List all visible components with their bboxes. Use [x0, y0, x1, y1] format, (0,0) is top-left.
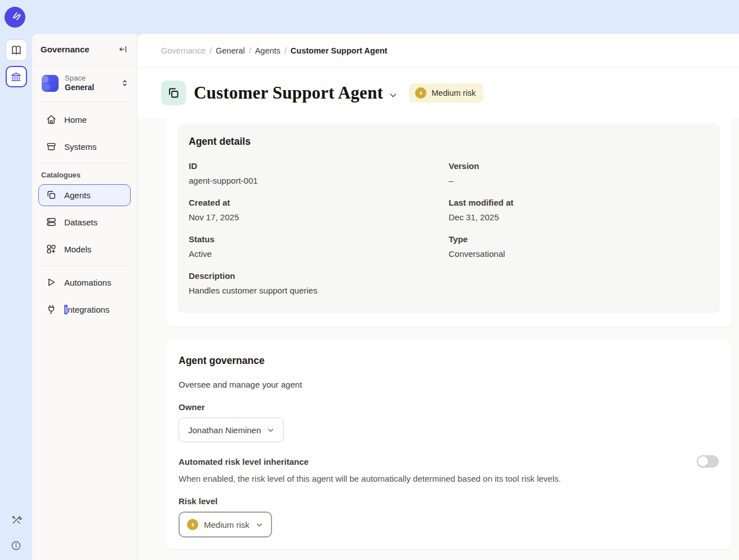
- sidebar-item-systems[interactable]: Systems: [38, 136, 131, 158]
- toggle-knob: [698, 456, 708, 466]
- agents-icon: [167, 86, 180, 100]
- auto-risk-toggle[interactable]: [697, 455, 719, 468]
- datasets-icon: [46, 216, 57, 228]
- breadcrumb-separator: /: [249, 46, 251, 55]
- risk-level-select-value: Medium risk: [204, 520, 250, 530]
- risk-bolt-icon: [187, 519, 198, 530]
- field-label: Type: [449, 234, 709, 244]
- tools-button[interactable]: [11, 514, 22, 526]
- bank-icon: [10, 71, 22, 83]
- field-value: Dec 31, 2025: [449, 212, 709, 222]
- sidebar-item-label: Datasets: [64, 217, 97, 227]
- divider: [40, 265, 129, 266]
- sidebar-item-label: Home: [64, 115, 87, 125]
- info-button[interactable]: [11, 540, 21, 551]
- auto-risk-label: Automated risk level inheritance: [179, 457, 309, 466]
- systems-icon: [46, 141, 57, 152]
- breadcrumb-item-general[interactable]: General: [216, 46, 245, 55]
- chevron-down-icon: [388, 90, 398, 100]
- detail-field-id: ID agent-support-001: [189, 161, 449, 185]
- breadcrumb-item-current: Customer Support Agent: [291, 46, 388, 55]
- app-logo[interactable]: [5, 7, 25, 28]
- card-subtitle: Oversee and manage your agent: [179, 380, 719, 389]
- catalogues-section-label: Catalogues: [41, 171, 131, 179]
- detail-field-last-modified: Last modified at Dec 31, 2025: [449, 198, 709, 222]
- sidebar-item-automations[interactable]: Automations: [38, 272, 131, 294]
- home-icon: [46, 114, 57, 125]
- owner-select-value: Jonathan Nieminen: [188, 425, 261, 435]
- space-name: General: [65, 83, 94, 93]
- agent-details-panel: Agent details ID agent-support-001 Versi…: [177, 123, 720, 313]
- models-icon: [46, 243, 57, 255]
- card-title: Agent governance: [179, 355, 719, 367]
- sidebar-item-agents[interactable]: Agents: [38, 184, 131, 206]
- detail-field-description: Description Handles customer support que…: [189, 271, 709, 295]
- space-selector[interactable]: Space General: [32, 65, 137, 100]
- detail-field-status: Status Active: [189, 234, 449, 259]
- docs-rail-button[interactable]: [6, 39, 27, 61]
- divider: [40, 163, 129, 163]
- field-value: Conversational: [449, 249, 709, 259]
- sidebar-header: Governance: [32, 34, 137, 65]
- agent-details-card: Agent details ID agent-support-001 Versi…: [166, 118, 732, 327]
- divider: [40, 101, 129, 102]
- space-avatar: [42, 75, 59, 92]
- risk-badge-label: Medium risk: [431, 88, 475, 97]
- field-value: agent-support-001: [189, 176, 449, 185]
- collapse-sidebar-icon: [118, 45, 128, 54]
- breadcrumb-separator: /: [210, 46, 212, 55]
- detail-field-version: Version –: [449, 161, 709, 185]
- chevron-down-icon: [266, 426, 275, 434]
- owner-label: Owner: [179, 402, 719, 412]
- breadcrumb-item-governance[interactable]: Governance: [161, 46, 206, 55]
- space-switcher-chevrons-icon: [121, 78, 129, 88]
- title-dropdown-button[interactable]: [388, 90, 398, 100]
- risk-level-select[interactable]: Medium risk: [179, 512, 272, 537]
- tools-icon: [11, 514, 22, 526]
- breadcrumb-item-agents[interactable]: Agents: [255, 46, 281, 55]
- sidebar-item-datasets[interactable]: Datasets: [38, 211, 131, 233]
- field-label: Created at: [189, 198, 449, 207]
- book-icon: [10, 44, 23, 56]
- field-value: Active: [189, 249, 449, 259]
- automation-play-icon: [46, 277, 57, 288]
- breadcrumb-separator: /: [284, 46, 287, 55]
- field-value: Nov 17, 2025: [189, 212, 449, 222]
- risk-level-badge: Medium risk: [409, 83, 483, 103]
- main-area: Governance / General / Agents / Customer…: [137, 34, 739, 560]
- field-label: Version: [449, 161, 709, 171]
- agent-entity-icon: [161, 81, 186, 105]
- sidebar: Governance Space General: [32, 34, 137, 560]
- sidebar-item-label: Models: [64, 245, 91, 254]
- field-label: Description: [189, 271, 709, 281]
- sidebar-item-label: Automations: [64, 278, 111, 287]
- sidebar-item-models[interactable]: Models: [38, 238, 131, 260]
- field-label: Status: [189, 234, 449, 244]
- field-label: Last modified at: [449, 198, 709, 207]
- agents-icon: [46, 189, 57, 201]
- sidebar-item-integrations[interactable]: Integrations: [38, 299, 131, 321]
- owner-select[interactable]: Jonathan Nieminen: [179, 417, 284, 442]
- auto-risk-description: When enabled, the risk level of this age…: [179, 474, 719, 483]
- space-label: Space: [65, 74, 94, 83]
- icon-rail: [0, 34, 32, 560]
- card-title: Agent details: [189, 136, 709, 148]
- info-icon: [11, 540, 21, 551]
- chevron-down-icon: [255, 521, 264, 529]
- governance-rail-button[interactable]: [6, 66, 27, 87]
- top-band: [0, 0, 739, 34]
- risk-bolt-icon: [415, 87, 426, 99]
- integrations-plug-icon: [46, 304, 57, 315]
- page-header: Customer Support Agent Medium risk: [137, 68, 739, 118]
- sidebar-item-label: Agents: [64, 190, 91, 200]
- field-value: Handles customer support queries: [189, 286, 709, 295]
- risk-level-label: Risk level: [179, 496, 719, 506]
- page-title: Customer Support Agent: [194, 83, 383, 103]
- page-content: Agent details ID agent-support-001 Versi…: [137, 118, 739, 560]
- detail-field-created-at: Created at Nov 17, 2025: [189, 198, 449, 222]
- detail-field-type: Type Conversational: [449, 234, 709, 259]
- sidebar-item-home[interactable]: Home: [38, 109, 131, 131]
- logo-squiggle-icon: [8, 10, 22, 24]
- field-value: –: [449, 176, 709, 185]
- sidebar-collapse-button[interactable]: [118, 45, 128, 54]
